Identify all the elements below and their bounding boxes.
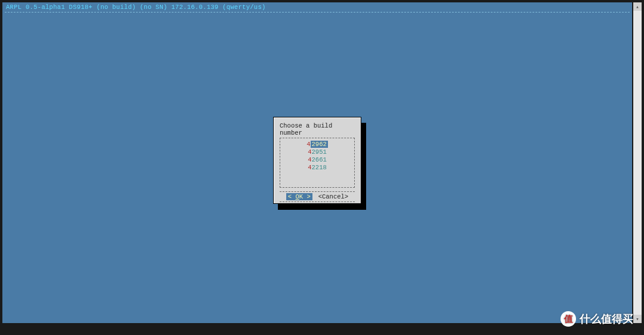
watermark: 值 什么值得买 xyxy=(561,311,633,327)
build-list: 42962 42951 42661 42218 xyxy=(280,138,355,188)
watermark-badge-icon: 值 xyxy=(561,311,576,327)
build-number: 2218 xyxy=(312,164,327,171)
dialog-title: Choose a build number xyxy=(274,117,361,138)
build-number: 2962 xyxy=(311,141,328,148)
build-option[interactable]: 42951 xyxy=(280,148,354,156)
build-option[interactable]: 42962 xyxy=(280,141,354,148)
build-option[interactable]: 42218 xyxy=(280,164,354,172)
vertical-scrollbar[interactable]: ▴ ▾ xyxy=(633,2,642,323)
watermark-text: 什么值得买 xyxy=(580,312,633,326)
scroll-up-icon[interactable]: ▴ xyxy=(633,2,642,11)
header-divider xyxy=(5,12,630,13)
build-number: 2661 xyxy=(312,156,327,163)
build-option[interactable]: 42661 xyxy=(280,156,354,164)
scroll-down-icon[interactable]: ▾ xyxy=(633,315,642,323)
build-number: 2951 xyxy=(312,148,327,156)
ok-button[interactable]: < OK > xyxy=(286,193,312,200)
cancel-button[interactable]: <Cancel> xyxy=(318,193,348,200)
dialog-buttons: < OK > <Cancel> xyxy=(280,191,355,202)
build-prefix: 4 xyxy=(306,141,310,148)
build-number-dialog: Choose a build number 42962 42951 42661 … xyxy=(273,117,361,204)
status-line: ARPL 0.5-alpha1 DS918+ (no build) (no SN… xyxy=(2,2,632,12)
